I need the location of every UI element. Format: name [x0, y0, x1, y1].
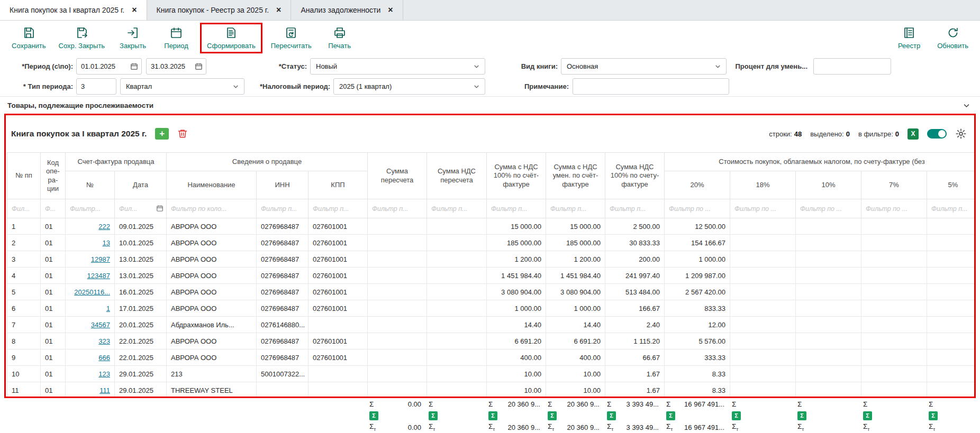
period-type-num-input[interactable] [76, 78, 116, 95]
table-row[interactable]: 601117.01.2025АВРОРА ООО0276968487027601… [7, 300, 976, 317]
print-button[interactable]: Печать [320, 24, 359, 52]
table-row[interactable]: 110111129.01.2025THREEWAY STEEL10.0010.0… [7, 382, 976, 399]
column-header[interactable]: 5% [927, 171, 976, 199]
tab-close-icon[interactable]: × [276, 6, 281, 14]
book-type-select[interactable]: Основная [561, 58, 727, 75]
tab-debt-analysis[interactable]: Анализ задолженности × [291, 0, 403, 20]
chevron-down-icon[interactable] [963, 102, 970, 109]
filter-input[interactable] [429, 205, 484, 213]
table-row[interactable]: 3011298713.01.2025АВРОРА ООО027696848702… [7, 251, 976, 268]
sigma-button[interactable]: Σ [666, 411, 675, 420]
column-group-invoice[interactable]: Счет-фактура продавца [66, 153, 167, 171]
column-header[interactable]: 18% [730, 171, 796, 199]
invoice-link[interactable]: 123487 [87, 272, 110, 280]
column-group-cost[interactable]: Стоимость покупок, облагаемых налогом, п… [665, 153, 976, 171]
column-header[interactable]: Сумма пересчета [368, 153, 427, 199]
generate-button[interactable]: Сформировать [203, 24, 260, 52]
sigma-button[interactable]: Σ [732, 411, 741, 420]
calendar-icon[interactable] [130, 62, 138, 70]
excel-export-icon[interactable]: X [908, 128, 919, 140]
table-row[interactable]: 2011310.01.2025АВРОРА ООО027696848702760… [7, 235, 976, 251]
column-header[interactable]: Код опе-ра-ции [41, 153, 66, 199]
invoice-link[interactable]: 222 [98, 223, 110, 231]
save-button[interactable]: Сохранить [7, 24, 50, 52]
period-button[interactable]: Период [157, 24, 196, 52]
delete-row-button[interactable] [177, 128, 188, 139]
column-header[interactable]: Сумма НДС пересчета [427, 153, 487, 199]
column-header[interactable]: Сумма НДС 100% по счету-фактуре [605, 153, 665, 199]
tab-close-icon[interactable]: × [388, 6, 393, 14]
column-header[interactable]: № [66, 171, 115, 199]
registry-button[interactable]: Реестр [890, 24, 929, 52]
traceable-goods-section-header[interactable]: Товары, подлежащие прослеживаемости [4, 99, 976, 112]
filter-input[interactable] [311, 205, 365, 213]
tab-close-icon[interactable]: × [132, 6, 137, 14]
filter-input[interactable] [732, 205, 793, 213]
toggle-switch[interactable] [927, 129, 947, 139]
invoice-link[interactable]: 1 [106, 305, 110, 312]
tax-period-select[interactable]: 2025 (1 квартал) [333, 78, 485, 95]
table-row[interactable]: 7013456720.01.2025Абдрахманов Иль...0276… [7, 317, 976, 333]
settings-gear-icon[interactable] [955, 128, 967, 140]
filter-input[interactable] [929, 205, 976, 213]
sigma-button[interactable]: Σ [369, 411, 378, 420]
table-row[interactable]: 40112348713.01.2025АВРОРА ООО02769684870… [7, 268, 976, 284]
sigma-button[interactable]: Σ [548, 411, 557, 420]
recalculate-button[interactable]: Пересчитать [267, 24, 316, 52]
column-header[interactable]: ИНН [257, 171, 308, 199]
filter-input[interactable] [548, 205, 603, 213]
column-header[interactable]: 7% [861, 171, 927, 199]
filter-input[interactable] [259, 205, 306, 213]
sigma-button[interactable]: Σ [488, 411, 497, 420]
save-close-button[interactable]: Сохр. Закрыть [55, 24, 110, 52]
column-header[interactable]: № пп [7, 153, 41, 199]
table-row[interactable]: 80132322.01.2025АВРОРА ООО02769684870276… [7, 333, 976, 349]
column-header[interactable]: 20% [665, 171, 730, 199]
invoice-link[interactable]: 13 [103, 239, 110, 247]
tab-registry[interactable]: Книга покупок - Реестр за 2025 г. × [147, 0, 292, 20]
sigma-button[interactable]: Σ [797, 411, 806, 420]
filter-input[interactable] [43, 205, 63, 213]
filter-input[interactable] [169, 205, 254, 213]
filter-input[interactable] [864, 205, 924, 213]
column-header[interactable]: КПП [308, 171, 368, 199]
calendar-icon[interactable] [156, 205, 164, 212]
column-header[interactable]: 10% [796, 171, 861, 199]
filter-input[interactable] [667, 205, 728, 213]
close-button[interactable]: Закрыть [113, 24, 152, 52]
status-select[interactable]: Новый [310, 58, 485, 75]
column-group-seller[interactable]: Сведения о продавце [167, 153, 368, 171]
table-row[interactable]: 10122209.01.2025АВРОРА ООО02769684870276… [7, 218, 976, 235]
table-row[interactable]: 50120250116...16.01.2025АВРОРА ООО027696… [7, 284, 976, 300]
filter-input[interactable] [489, 205, 543, 213]
add-row-button[interactable]: + [155, 128, 169, 140]
sigma-button[interactable]: Σ [929, 411, 938, 420]
calendar-icon[interactable] [195, 62, 203, 70]
period-type-select[interactable]: Квартал [120, 78, 244, 95]
column-header[interactable]: Сумма с НДС 100% по счёт-фактуре [487, 153, 546, 199]
note-input[interactable] [573, 78, 729, 95]
filter-input[interactable] [370, 205, 424, 213]
column-header[interactable]: Наименование [167, 171, 257, 199]
invoice-link[interactable]: 34567 [91, 321, 110, 329]
table-row[interactable]: 90166622.01.2025АВРОРА ООО02769684870276… [7, 349, 976, 366]
filter-input[interactable] [10, 205, 38, 213]
invoice-link[interactable]: 323 [98, 337, 110, 345]
tab-purchase-book[interactable]: Книга покупок за I квартал 2025 г. × [0, 0, 147, 20]
invoice-link[interactable]: 111 [99, 386, 110, 394]
filter-input[interactable] [798, 205, 859, 213]
refresh-button[interactable]: Обновить [933, 24, 973, 52]
column-header[interactable]: Сумма с НДС умен. по счёт-фактуре [546, 153, 605, 199]
invoice-link[interactable]: 666 [98, 354, 110, 362]
invoice-link[interactable]: 123 [98, 370, 110, 378]
invoice-link[interactable]: 12987 [91, 255, 110, 263]
table-row[interactable]: 100112329.01.20252135001007322...10.0010… [7, 366, 976, 382]
invoice-link[interactable]: 20250116... [74, 288, 110, 296]
column-header[interactable]: Дата [115, 171, 167, 199]
sigma-button[interactable]: Σ [429, 411, 438, 420]
filter-input[interactable] [68, 205, 112, 213]
percent-input[interactable] [813, 58, 891, 75]
sigma-button[interactable]: Σ [863, 411, 872, 420]
filter-input[interactable] [607, 205, 662, 213]
sigma-button[interactable]: Σ [607, 411, 616, 420]
